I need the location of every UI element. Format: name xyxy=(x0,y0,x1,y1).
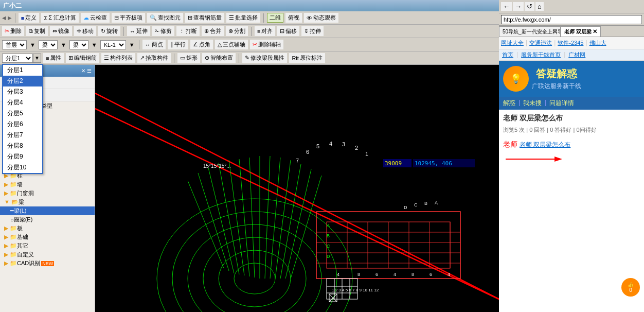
menu-solve[interactable]: 解惑 xyxy=(503,99,515,108)
layer-option-7[interactable]: 分层7 xyxy=(3,130,42,141)
floor-select[interactable]: 首层 xyxy=(2,40,27,49)
back-btn[interactable]: ← xyxy=(501,2,512,11)
svg-text:A: A xyxy=(327,223,330,228)
toolbar-break[interactable]: ⋮打断 xyxy=(176,26,200,36)
toolbar-2d[interactable]: 二维 xyxy=(267,13,283,23)
toolbar-dynamic[interactable]: 👁动态观察 xyxy=(304,13,338,23)
nav-link-foshan[interactable]: 佛山大 xyxy=(589,39,606,47)
toolbar-rotate[interactable]: ↻旋转 xyxy=(98,26,120,36)
toolbar-element-list[interactable]: ☰构件列表 xyxy=(101,53,135,63)
toolbar-copy[interactable]: ⧉复制 xyxy=(26,26,48,36)
sub-link-service[interactable]: 服务新干线首页 xyxy=(521,51,561,59)
sub-link-material[interactable]: 广材网 xyxy=(568,51,585,59)
nav-beam-cat[interactable]: ▼ 📂 梁 xyxy=(0,198,95,206)
toolbar-modify-seg[interactable]: ✎修改梁段属性 xyxy=(242,53,287,63)
svg-text:C: C xyxy=(327,244,330,249)
layer-option-10[interactable]: 分层10 xyxy=(3,162,42,173)
toolbar-inplace-mark[interactable]: Rit原位标注 xyxy=(289,53,325,63)
question-link[interactable]: 老师 双层梁怎么布 xyxy=(520,141,570,149)
toolbar-twopoint[interactable]: ↔两点 xyxy=(142,40,166,49)
layer-option-6[interactable]: 分层6 xyxy=(3,119,42,130)
nav-slab-cat[interactable]: ▶ 📁 板 xyxy=(0,224,95,233)
toolbar-cloud[interactable]: ☁云检查 xyxy=(81,13,110,23)
element-type-select[interactable]: 梁 xyxy=(39,40,58,49)
tab-nav[interactable]: 50导航_新一代安全上网导航 ✕ xyxy=(499,26,561,37)
nav-cad-cat[interactable]: ▶ 📁 CAD识别 NEW xyxy=(0,259,95,268)
toolbar-stretch[interactable]: ⇕拉伸 xyxy=(301,26,324,36)
sub-link-home[interactable]: 首页 xyxy=(502,51,513,59)
toolbar-split[interactable]: ⊗分割 xyxy=(226,26,248,36)
url-input[interactable] xyxy=(501,15,642,24)
home-btn[interactable]: ⌂ xyxy=(535,2,544,11)
nav-foundation-cat[interactable]: ▶ 📁 基础 xyxy=(0,233,95,241)
toolbar-align[interactable]: ≡对齐 xyxy=(255,26,275,36)
toolbar-flatten[interactable]: ⊟平齐板项 xyxy=(112,13,145,23)
layer-dropdown-btn[interactable]: ▼ xyxy=(33,54,41,63)
svg-text:B: B xyxy=(424,201,427,206)
ad-subtitle: 广联达服务新干线 xyxy=(532,82,581,91)
svg-text:6: 6 xyxy=(375,272,378,277)
toolbar-rect[interactable]: ▭矩形 xyxy=(177,53,200,63)
layer-option-4[interactable]: 分层4 xyxy=(3,97,42,108)
toolbar-move[interactable]: ✛移动 xyxy=(74,26,96,36)
toolbar-mirror[interactable]: ⇔镜像 xyxy=(50,26,72,36)
layer-select-main[interactable]: 分层1 xyxy=(2,54,33,63)
toolbar-trim[interactable]: ✁修剪 xyxy=(152,26,174,36)
arrow-label: 老师 xyxy=(503,140,517,149)
nav-link-sites[interactable]: 网址大全 xyxy=(501,39,524,47)
ad-icon: 💡 xyxy=(503,66,529,92)
nav-wall-cat[interactable]: ▶ 📁 墙 xyxy=(0,180,95,189)
layer-option-5[interactable]: 分层5 xyxy=(3,108,42,119)
toolbar-smart-place[interactable]: ⊕智能布置 xyxy=(202,53,236,63)
toolbar-row2: ✂删除 ⧉复制 ⇔镜像 ✛移动 ↻旋转 ↔延伸 ✁修剪 ⋮打断 xyxy=(0,25,499,38)
nav-beam-l[interactable]: ━ 梁(L) xyxy=(0,206,95,215)
nav-link-software[interactable]: 软件-2345 xyxy=(558,39,583,47)
toolbar-delete[interactable]: ✂删除 xyxy=(2,26,24,36)
sep1 xyxy=(15,13,15,23)
sidebar-menu-items: 解惑 | 我未搜 | 问题详情 xyxy=(503,99,640,108)
tab-close-2[interactable]: ✕ xyxy=(593,28,597,35)
layer-option-1[interactable]: 分层1 xyxy=(3,65,42,76)
svg-text:4: 4 xyxy=(337,272,339,277)
toolbar-edit-rebar[interactable]: ⊞编辑钢筋 xyxy=(66,53,99,63)
toolbar-threepoint[interactable]: △三点辅轴 xyxy=(215,40,248,49)
toolbar-pointangle[interactable]: ∠点角 xyxy=(190,40,213,49)
layer-option-3[interactable]: 分层3 xyxy=(3,86,42,97)
question-section: 老师 双层梁怎么布 浏览5 次 | 0 回答 | 0 答得好 | 0问得好 老师… xyxy=(499,110,644,175)
nav-door-cat[interactable]: ▶ 📁 门窗洞 xyxy=(0,189,95,198)
forward-btn[interactable]: → xyxy=(513,2,524,11)
refresh-btn[interactable]: ↺ xyxy=(525,2,534,11)
toolbar-delete-aux[interactable]: ✂删除辅轴 xyxy=(250,40,283,49)
layer-option-2[interactable]: 分层2 xyxy=(3,76,42,86)
toolbar-properties[interactable]: ≡属性 xyxy=(43,53,64,63)
menu-detail[interactable]: 问题详情 xyxy=(549,99,574,108)
toolbar-extend[interactable]: ↔延伸 xyxy=(127,26,150,36)
toolbar-parallel[interactable]: ∥平行 xyxy=(168,40,188,49)
nav-close[interactable]: ✕ ☰ xyxy=(81,68,92,74)
toolbar-offset[interactable]: ⊟偏移 xyxy=(277,26,299,36)
nav-link-traffic[interactable]: 交通违法 xyxy=(529,39,552,47)
svg-text:6: 6 xyxy=(430,272,432,277)
layer-dropdown[interactable]: 分层1 分层2 分层3 分层4 分层5 分层6 分层7 分层8 分层9 分层10 xyxy=(2,64,43,174)
like-button[interactable]: 👍 0 xyxy=(621,278,640,297)
toolbar-batch[interactable]: ☰批量选择 xyxy=(226,13,260,23)
nav-other-cat[interactable]: ▶ 📁 其它 xyxy=(0,241,95,250)
layer-option-8[interactable]: 分层8 xyxy=(3,141,42,151)
nav-custom-cat[interactable]: ▶ 📁 自定义 xyxy=(0,250,95,259)
element-select[interactable]: 梁 xyxy=(69,40,88,49)
toolbar-merge[interactable]: ⊕合并 xyxy=(202,26,224,36)
toolbar-summary[interactable]: ΣΣ 汇总计算 xyxy=(41,13,79,23)
toolbar-view[interactable]: 俯视 xyxy=(285,13,302,23)
svg-text:4: 4 xyxy=(393,272,396,277)
question-stats: 浏览5 次 | 0 回答 | 0 答得好 | 0问得好 xyxy=(503,126,640,134)
svg-text:B: B xyxy=(327,233,330,238)
tab-question[interactable]: 老师 双层梁 ✕ xyxy=(561,26,601,37)
toolbar-pick-element[interactable]: ↗拾取构件 xyxy=(137,53,171,63)
menu-search[interactable]: 我未搜 xyxy=(523,99,542,108)
kl-select[interactable]: KL-1 xyxy=(100,40,126,49)
toolbar-rebar[interactable]: ⊞查看钢筋量 xyxy=(185,13,224,23)
layer-option-9[interactable]: 分层9 xyxy=(3,151,42,162)
toolbar-find[interactable]: 🔍查找图元 xyxy=(147,13,183,23)
nav-ring-beam[interactable]: ○ 圈梁(E) xyxy=(0,215,95,224)
toolbar-define[interactable]: ■定义 xyxy=(19,13,40,23)
